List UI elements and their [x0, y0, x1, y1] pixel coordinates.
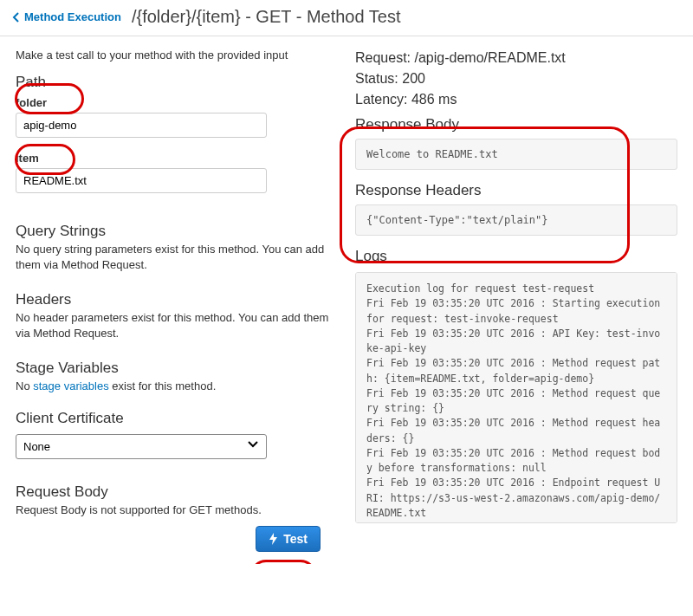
test-button-label: Test [283, 532, 308, 546]
stage-variables-text: No stage variables exist for this method… [16, 379, 338, 394]
lightning-icon [269, 533, 278, 545]
sv-prefix: No [16, 379, 33, 392]
logs-title: Logs [355, 248, 677, 265]
response-headers-box: {"Content-Type":"text/plain"} [355, 204, 677, 236]
arrow-left-icon [12, 12, 21, 23]
status-line: Status: 200 [355, 71, 677, 87]
client-certificate-title: Client Certificate [16, 410, 338, 427]
stage-variables-title: Stage Variables [16, 360, 338, 377]
client-certificate-select[interactable]: None [16, 434, 267, 459]
item-label: item [16, 152, 338, 165]
sv-suffix: exist for this method. [109, 379, 217, 392]
folder-input[interactable] [16, 113, 267, 138]
request-line: Request: /apig-demo/README.txt [355, 50, 677, 66]
query-strings-text: No query string parameters exist for thi… [16, 242, 338, 272]
intro-text: Make a test call to your method with the… [16, 49, 338, 62]
page-header: Method Execution /{folder}/{item} - GET … [0, 0, 693, 36]
response-body-box: Welcome to README.txt [355, 139, 677, 170]
back-link[interactable]: Method Execution [12, 10, 121, 23]
response-body-title: Response Body [355, 116, 677, 133]
path-section-title: Path [16, 74, 338, 91]
folder-label: folder [16, 96, 338, 109]
latency-line: Latency: 486 ms [355, 92, 677, 107]
right-column: Request: /apig-demo/README.txt Status: 2… [355, 49, 677, 552]
logs-box[interactable]: Execution log for request test-request F… [355, 272, 677, 523]
stage-variables-link[interactable]: stage variables [33, 379, 108, 392]
back-link-label: Method Execution [24, 10, 121, 23]
left-column: Make a test call to your method with the… [16, 49, 338, 552]
query-strings-title: Query Strings [16, 223, 338, 240]
page-title: /{folder}/{item} - GET - Method Test [132, 7, 401, 27]
headers-title: Headers [16, 291, 338, 308]
headers-text: No header parameters exist for this meth… [16, 310, 338, 340]
request-body-text: Request Body is not supported for GET me… [16, 503, 338, 518]
request-body-title: Request Body [16, 483, 338, 501]
response-headers-title: Response Headers [355, 182, 677, 199]
test-button[interactable]: Test [256, 526, 321, 552]
item-input[interactable] [16, 168, 267, 193]
